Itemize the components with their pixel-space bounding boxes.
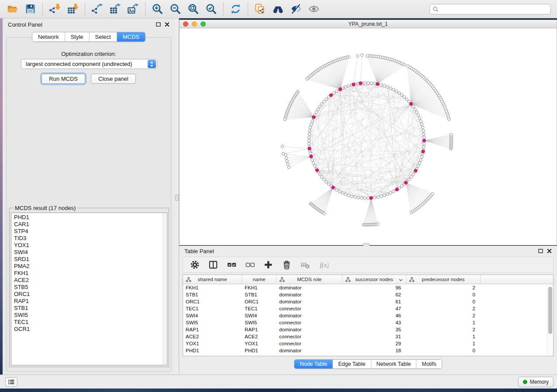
- column-header-name[interactable]: name: [242, 275, 277, 284]
- unselect-all-rows-icon: [245, 260, 255, 270]
- vertical-splitter[interactable]: [175, 18, 179, 375]
- export-table-button[interactable]: [106, 2, 124, 17]
- tab-style[interactable]: Style: [65, 32, 89, 41]
- split-columns-button[interactable]: [208, 259, 219, 271]
- desktop-background-bottom: [0, 389, 557, 392]
- mcds-result-item[interactable]: SWI5: [14, 312, 167, 319]
- tab-mcds[interactable]: MCDS: [117, 32, 145, 41]
- mcds-result-item[interactable]: ACE2: [14, 277, 167, 284]
- table-row[interactable]: FKH1FKH1dominator962: [183, 284, 553, 291]
- mcds-result-item[interactable]: PMA2: [14, 263, 167, 270]
- tab-network[interactable]: Network: [32, 32, 65, 41]
- cell-successor-nodes: 61: [343, 298, 406, 305]
- mcds-result-list[interactable]: PHD1CAR1STP4TID3YOX1SWI4SRD1PMA2FKH1ACE2…: [11, 213, 167, 365]
- tab-node-table[interactable]: Node Table: [294, 360, 332, 368]
- table-scrollbar[interactable]: [547, 285, 553, 356]
- mcds-result-item[interactable]: TEC1: [14, 319, 167, 326]
- column-header-MCDS-role[interactable]: MCDS role: [277, 275, 343, 284]
- cell-shared-name: PHD1: [183, 347, 242, 354]
- minimize-window-icon[interactable]: [192, 21, 197, 27]
- table-row[interactable]: ACE2ACE2connector311: [183, 333, 553, 340]
- search-network-button[interactable]: [269, 2, 287, 17]
- unselect-all-rows-button[interactable]: [244, 259, 256, 271]
- close-panel-icon[interactable]: [547, 249, 552, 253]
- import-network-button[interactable]: [46, 2, 64, 17]
- control-panel: Control Panel NetworkStyleSelectMCDS Opt…: [3, 18, 175, 375]
- optimization-criterion-select[interactable]: largest connected component (undirected): [21, 59, 157, 69]
- open-folder-button[interactable]: [3, 2, 21, 17]
- table-row[interactable]: SWI5SWI5connector431: [183, 319, 553, 326]
- table-panel-title: Table Panel: [184, 248, 214, 254]
- cell-shared-name: SWI5: [183, 319, 242, 326]
- cell-MCDS-role: dominator: [277, 291, 343, 298]
- save-button[interactable]: [21, 2, 39, 17]
- tab-motifs[interactable]: Motifs: [416, 360, 441, 368]
- table-row[interactable]: ORC1ORC1dominator610: [183, 298, 553, 305]
- column-header-successor-nodes[interactable]: successor nodes: [343, 275, 406, 284]
- maximize-window-icon[interactable]: [201, 21, 206, 27]
- export-network-icon: [91, 3, 103, 15]
- clone-network-button[interactable]: [251, 2, 269, 17]
- mcds-list-scrollbar[interactable]: [163, 213, 166, 364]
- mcds-result-item[interactable]: YOX1: [14, 242, 167, 249]
- scrollbar-thumb[interactable]: [548, 287, 552, 334]
- mcds-result-item[interactable]: SWI4: [14, 249, 167, 256]
- close-panel-button[interactable]: Close panel: [91, 74, 136, 84]
- memory-button[interactable]: Memory: [518, 377, 554, 387]
- delete-columns-button[interactable]: [281, 259, 292, 271]
- column-header-shared-name[interactable]: shared name: [183, 275, 242, 284]
- mcds-result-item[interactable]: FKH1: [14, 270, 167, 277]
- mcds-result-item[interactable]: STP4: [14, 228, 167, 235]
- mcds-result-item[interactable]: GCR1: [14, 326, 167, 333]
- select-all-rows-button[interactable]: [226, 259, 237, 271]
- mcds-result-item[interactable]: CAR1: [14, 221, 167, 228]
- tab-select[interactable]: Select: [89, 32, 117, 41]
- tab-edge-table[interactable]: Edge Table: [332, 360, 370, 368]
- application-window: Control Panel NetworkStyleSelectMCDS Opt…: [0, 0, 557, 392]
- table-row[interactable]: PHD1PHD1dominator180: [183, 347, 553, 354]
- search-box[interactable]: [429, 4, 551, 14]
- console-button[interactable]: [5, 377, 17, 387]
- table-row[interactable]: RAP1RAP1dominator352: [183, 326, 553, 333]
- cell-name: SWI5: [242, 319, 277, 326]
- mcds-result-item[interactable]: RAP1: [14, 298, 167, 305]
- cell-MCDS-role: dominator: [277, 284, 343, 291]
- toolbar-separator: [223, 3, 224, 16]
- mcds-result-item[interactable]: TID3: [14, 235, 167, 242]
- zoom-fit-button[interactable]: [184, 2, 202, 17]
- search-input[interactable]: [440, 6, 548, 12]
- zoom-in-button[interactable]: [149, 2, 166, 17]
- table-row[interactable]: STB1STB1dominator620: [183, 291, 553, 298]
- table-row[interactable]: SWI4SWI4dominator462: [183, 312, 553, 319]
- refresh-layout-button[interactable]: [227, 2, 245, 17]
- import-table-button[interactable]: [64, 2, 82, 17]
- table-row[interactable]: YOX1YOX1connector291: [183, 340, 553, 347]
- gear-button[interactable]: [189, 259, 201, 271]
- mcds-result-item[interactable]: STB5: [14, 284, 167, 291]
- close-window-icon[interactable]: [183, 21, 188, 27]
- column-header-predecessor-nodes[interactable]: predecessor nodes: [406, 275, 481, 284]
- run-mcds-button[interactable]: Run MCDS: [42, 74, 85, 84]
- network-window-titlebar[interactable]: YPA_prune.txt_1: [179, 20, 557, 28]
- table-row[interactable]: TEC1TEC1connector472: [183, 305, 553, 312]
- mcds-result-item[interactable]: STB1: [14, 305, 167, 312]
- table-body: FKH1FKH1dominator962STB1STB1dominator620…: [183, 284, 553, 354]
- network-graph-canvas[interactable]: [179, 28, 557, 245]
- show-graphics-details-button[interactable]: [305, 2, 323, 17]
- add-column-button[interactable]: [263, 259, 274, 271]
- hide-graphics-details-button[interactable]: [287, 2, 305, 17]
- float-window-icon[interactable]: [156, 22, 161, 27]
- mcds-result-item[interactable]: SRD1: [14, 256, 167, 263]
- close-panel-icon[interactable]: [165, 22, 170, 27]
- mcds-result-item[interactable]: PHD1: [14, 214, 167, 221]
- zoom-selected-button[interactable]: [202, 2, 220, 17]
- export-network-button[interactable]: [88, 2, 106, 17]
- mcds-result-item[interactable]: ORC1: [14, 291, 167, 298]
- network-graph[interactable]: [180, 28, 557, 244]
- cell-successor-nodes: 96: [343, 284, 406, 291]
- zoom-out-button[interactable]: [166, 2, 184, 17]
- splitter-grip-icon[interactable]: [175, 195, 179, 201]
- export-image-button[interactable]: [124, 2, 142, 17]
- float-window-icon[interactable]: [538, 249, 543, 253]
- tab-network-table[interactable]: Network Table: [371, 360, 416, 368]
